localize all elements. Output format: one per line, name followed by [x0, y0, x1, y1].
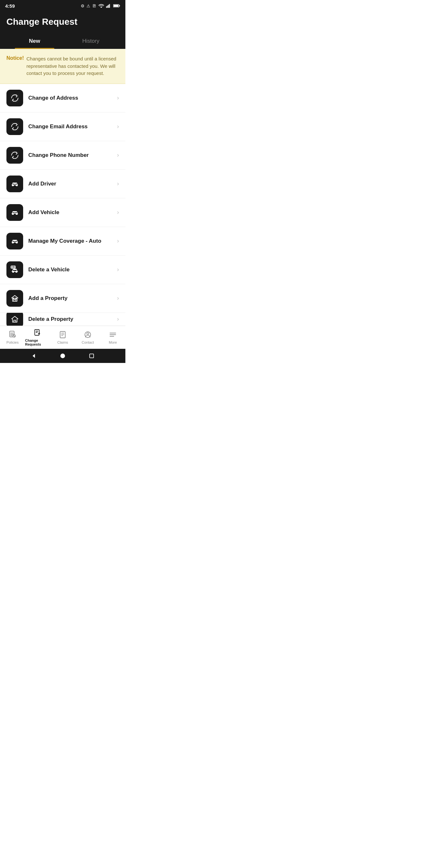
- battery-icon: [113, 4, 120, 8]
- nav-policies-label: Policies: [6, 340, 19, 344]
- svg-rect-2: [108, 5, 108, 8]
- add-property-label: Add a Property: [28, 295, 115, 302]
- nav-contact-label: Contact: [82, 340, 94, 344]
- sync-icon-2: [10, 122, 20, 131]
- chevron-icon-2: ›: [117, 123, 119, 130]
- add-driver-icon-wrap: [6, 176, 23, 192]
- menu-item-add-vehicle[interactable]: Add Vehicle ›: [0, 198, 125, 227]
- chevron-icon-9: ›: [117, 316, 119, 322]
- nav-claims-label: Claims: [57, 340, 68, 344]
- svg-point-30: [87, 333, 89, 335]
- car-icon-1: [10, 179, 20, 189]
- menu-list: Change of Address › Change Email Address…: [0, 84, 125, 326]
- change-email-icon-wrap: [6, 118, 23, 135]
- tab-new[interactable]: New: [6, 33, 63, 49]
- chevron-icon-3: ›: [117, 152, 119, 158]
- notice-text: Changes cannot be bound until a licensed…: [26, 55, 119, 77]
- back-button[interactable]: [30, 352, 37, 360]
- change-email-label: Change Email Address: [28, 123, 115, 130]
- nav-more-label: More: [108, 340, 117, 344]
- menu-item-delete-vehicle[interactable]: Delete a Vehicle ›: [0, 255, 125, 284]
- sync-icon-3: [10, 151, 20, 160]
- car-icon-3: [10, 236, 20, 246]
- policies-icon: [8, 330, 17, 339]
- settings-icon: ⚙: [81, 3, 85, 8]
- manage-coverage-icon-wrap: [6, 233, 23, 249]
- chevron-icon-8: ›: [117, 295, 119, 302]
- chevron-icon-6: ›: [117, 238, 119, 244]
- header: Change Request New History: [0, 11, 125, 49]
- menu-item-manage-coverage[interactable]: Manage My Coverage - Auto ›: [0, 227, 125, 255]
- menu-item-add-property[interactable]: Add a Property ›: [0, 284, 125, 313]
- tabs-container: New History: [6, 33, 119, 49]
- nav-item-more[interactable]: More: [100, 326, 125, 349]
- svg-rect-0: [106, 6, 107, 8]
- car-icon-2: [10, 208, 20, 217]
- status-icons: ⚙ ⚠ 🖹: [81, 3, 120, 8]
- claims-icon: [58, 330, 67, 339]
- warning-icon: ⚠: [87, 3, 90, 8]
- svg-rect-36: [90, 353, 94, 358]
- svg-rect-10: [11, 180, 19, 188]
- nav-item-policies[interactable]: Policies: [0, 326, 25, 349]
- notice-banner: Notice! Changes cannot be bound until a …: [0, 49, 125, 84]
- contact-icon: [83, 330, 92, 339]
- svg-rect-22: [16, 298, 17, 299]
- signal-icon: [106, 3, 111, 8]
- add-vehicle-icon-wrap: [6, 204, 23, 221]
- change-phone-label: Change Phone Number: [28, 152, 115, 158]
- nav-change-requests-label: Change Requests: [25, 339, 50, 346]
- change-requests-icon: [33, 329, 42, 337]
- svg-rect-6: [119, 5, 120, 6]
- chevron-icon-4: ›: [117, 180, 119, 187]
- recents-icon: [89, 353, 94, 359]
- chevron-icon-7: ›: [117, 266, 119, 273]
- menu-item-change-address[interactable]: Change of Address ›: [0, 84, 125, 113]
- svg-rect-7: [11, 94, 19, 102]
- recents-button[interactable]: [88, 352, 95, 360]
- home-button[interactable]: [59, 352, 66, 360]
- add-property-icon-wrap: [6, 290, 23, 307]
- page-title: Change Request: [6, 17, 119, 27]
- svg-rect-1: [107, 5, 108, 8]
- notice-label: Notice!: [6, 55, 24, 61]
- nav-item-change-requests[interactable]: Change Requests: [25, 326, 50, 349]
- change-address-icon-wrap: [6, 90, 23, 106]
- delete-property-icon-wrap: [6, 313, 23, 326]
- car-icon-4: [10, 265, 20, 275]
- svg-rect-23: [14, 320, 16, 322]
- menu-item-change-email[interactable]: Change Email Address ›: [0, 113, 125, 141]
- change-phone-icon-wrap: [6, 147, 23, 164]
- home-icon-2: [10, 314, 20, 324]
- svg-rect-8: [11, 123, 19, 130]
- home-circle-icon: [60, 353, 66, 359]
- delete-vehicle-icon-wrap: [6, 261, 23, 278]
- home-icon-1: [10, 293, 20, 303]
- add-driver-label: Add Driver: [28, 181, 115, 187]
- tab-history[interactable]: History: [63, 33, 119, 49]
- bottom-nav: Policies Change Requests Claims: [0, 326, 125, 349]
- svg-rect-20: [14, 299, 16, 301]
- clipboard-icon: 🖹: [92, 3, 96, 8]
- menu-item-delete-property[interactable]: Delete a Property ›: [0, 313, 125, 326]
- menu-item-add-driver[interactable]: Add Driver ›: [0, 170, 125, 198]
- wifi-icon: [98, 3, 104, 8]
- status-time: 4:59: [5, 3, 15, 9]
- chevron-icon-5: ›: [117, 209, 119, 216]
- svg-point-35: [60, 353, 65, 358]
- android-nav-bar: [0, 349, 125, 363]
- manage-coverage-label: Manage My Coverage - Auto: [28, 238, 115, 244]
- svg-rect-28: [60, 332, 65, 338]
- status-bar: 4:59 ⚙ ⚠ 🖹: [0, 0, 125, 11]
- change-address-label: Change of Address: [28, 95, 115, 101]
- back-icon: [31, 353, 37, 359]
- menu-item-change-phone[interactable]: Change Phone Number ›: [0, 141, 125, 170]
- sync-icon-1: [10, 93, 20, 103]
- svg-rect-9: [11, 151, 19, 159]
- svg-marker-34: [32, 353, 35, 358]
- add-vehicle-label: Add Vehicle: [28, 209, 115, 216]
- chevron-icon-1: ›: [117, 94, 119, 101]
- nav-item-contact[interactable]: Contact: [75, 326, 100, 349]
- nav-item-claims[interactable]: Claims: [50, 326, 75, 349]
- svg-rect-21: [13, 298, 14, 299]
